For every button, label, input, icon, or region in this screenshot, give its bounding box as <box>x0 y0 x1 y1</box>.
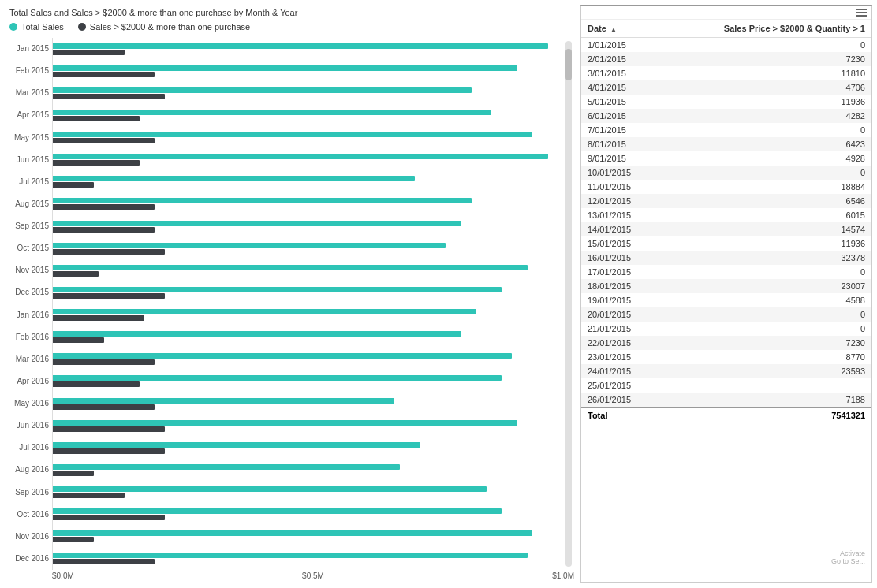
bar-dark <box>53 404 155 410</box>
cell-value: 11936 <box>659 236 871 251</box>
bar-dark <box>53 315 144 321</box>
bars-container <box>52 38 563 570</box>
bar-teal <box>53 287 502 292</box>
bar-pair <box>53 65 563 78</box>
bar-pair <box>53 552 563 565</box>
menu-icon[interactable] <box>856 9 867 17</box>
cell-date: 18/01/2015 <box>581 279 659 293</box>
legend-dot-dark <box>78 23 86 31</box>
y-axis-label: Mar 2015 <box>9 89 49 97</box>
table-row: 1/01/20150 <box>581 38 871 53</box>
bar-pair <box>53 242 563 255</box>
y-axis-label: Jun 2016 <box>9 422 49 430</box>
cell-date: 15/01/2015 <box>581 236 659 251</box>
cell-value: 7230 <box>659 52 871 66</box>
cell-value: 0 <box>659 123 871 137</box>
bar-pair <box>53 508 563 521</box>
hamburger-line-3 <box>856 15 867 17</box>
table-row: 22/01/20157230 <box>581 336 871 350</box>
cell-date: 5/01/2015 <box>581 95 659 109</box>
table-panel: Date ▲ Sales Price > $2000 & Quantity > … <box>580 5 872 583</box>
cell-date: 21/01/2015 <box>581 322 659 336</box>
cell-value: 18884 <box>659 180 871 194</box>
table-body: 1/01/201502/01/201572303/01/2015118104/0… <box>581 38 871 408</box>
y-axis-label: May 2015 <box>9 134 49 142</box>
table-row: 23/01/20158770 <box>581 350 871 364</box>
bar-teal <box>53 110 491 115</box>
cell-value: 4282 <box>659 109 871 123</box>
bar-pair <box>53 220 563 233</box>
y-axis-label: Oct 2016 <box>9 511 49 519</box>
scrollbar-track[interactable] <box>565 41 572 567</box>
table-row: 3/01/201511810 <box>581 66 871 80</box>
bar-teal <box>53 309 476 314</box>
bar-teal <box>53 176 415 181</box>
bar-pair <box>53 87 563 100</box>
cell-value: 11936 <box>659 95 871 109</box>
y-axis-label: Feb 2016 <box>9 333 49 341</box>
table-row: 7/01/20150 <box>581 123 871 137</box>
bar-dark <box>53 359 155 365</box>
table-footer: Total 7541321 <box>581 408 871 424</box>
legend-dot-teal <box>9 23 17 31</box>
legend-total-sales: Total Sales <box>9 22 64 32</box>
col-value-header[interactable]: Sales Price > $2000 & Quantity > 1 <box>659 20 871 38</box>
bar-pair <box>53 197 563 210</box>
bar-pair <box>53 131 563 144</box>
table-row: 18/01/201523007 <box>581 279 871 293</box>
table-wrapper[interactable]: Date ▲ Sales Price > $2000 & Quantity > … <box>581 20 871 582</box>
bar-pair <box>53 463 563 477</box>
cell-date: 2/01/2015 <box>581 52 659 66</box>
legend-label-sales-filter: Sales > $2000 & more than one purchase <box>90 22 250 32</box>
cell-date: 19/01/2015 <box>581 293 659 307</box>
table-row: 25/01/2015 <box>581 378 871 393</box>
x-axis-label: $0.0M <box>52 571 74 580</box>
table-row: 20/01/20150 <box>581 307 871 322</box>
y-axis-label: Feb 2015 <box>9 67 49 75</box>
table-row: 19/01/20154588 <box>581 293 871 307</box>
y-axis-label: May 2016 <box>9 400 49 408</box>
data-table: Date ▲ Sales Price > $2000 & Quantity > … <box>581 20 871 423</box>
scrollbar-area[interactable] <box>563 38 574 570</box>
y-axis-label: Sep 2015 <box>9 222 49 230</box>
table-row: 16/01/201532378 <box>581 251 871 265</box>
bar-teal <box>53 508 502 514</box>
table-row: 13/01/20156015 <box>581 208 871 222</box>
bar-teal <box>53 265 528 270</box>
table-footer-row: Total 7541321 <box>581 408 871 424</box>
bar-dark <box>53 116 140 121</box>
bar-dark <box>53 471 94 476</box>
cell-date: 12/01/2015 <box>581 194 659 208</box>
col-date-header[interactable]: Date ▲ <box>581 20 659 38</box>
cell-date: 16/01/2015 <box>581 251 659 265</box>
scrollbar-thumb[interactable] <box>565 49 572 80</box>
panel-header <box>581 6 871 20</box>
bar-pair <box>53 486 563 499</box>
x-axis: $0.0M$0.5M$1.0M <box>9 570 574 580</box>
table-row: 6/01/20154282 <box>581 109 871 123</box>
bar-pair <box>53 286 563 300</box>
table-row: 24/01/201523593 <box>581 364 871 378</box>
cell-value: 11810 <box>659 66 871 80</box>
table-row: 26/01/20157188 <box>581 393 871 408</box>
hamburger-line-2 <box>856 12 867 13</box>
bar-teal <box>53 87 472 93</box>
bar-dark <box>53 138 155 143</box>
table-row: 14/01/201514574 <box>581 222 871 236</box>
bar-dark <box>53 227 155 233</box>
bar-pair <box>53 530 563 543</box>
bar-pair <box>53 352 563 366</box>
y-axis-label: Sep 2016 <box>9 489 49 497</box>
cell-value: 7188 <box>659 393 871 408</box>
y-axis-label: Aug 2015 <box>9 200 49 208</box>
bar-teal <box>53 420 517 426</box>
cell-date: 7/01/2015 <box>581 123 659 137</box>
cell-value: 6546 <box>659 194 871 208</box>
bar-teal <box>53 243 446 248</box>
bar-dark <box>53 381 140 387</box>
cell-value: 6423 <box>659 137 871 151</box>
bar-teal <box>53 331 461 337</box>
bar-dark <box>53 537 94 542</box>
cell-value: 4928 <box>659 151 871 166</box>
bar-dark <box>53 160 140 166</box>
